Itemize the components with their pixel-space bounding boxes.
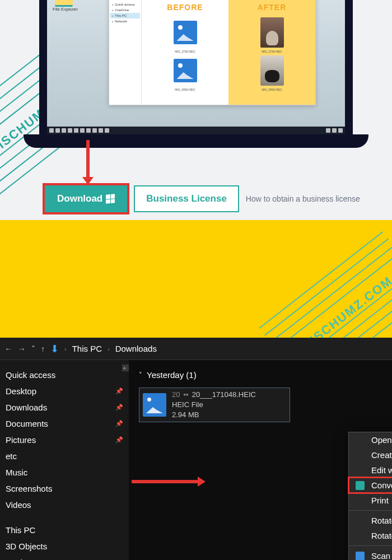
business-license-button[interactable]: Business License bbox=[134, 185, 239, 212]
sidebar-desktop[interactable]: Desktop📌 bbox=[0, 383, 129, 399]
menu-print[interactable]: Print bbox=[349, 493, 392, 508]
sidebar-downloads[interactable]: Downloads📌 bbox=[0, 399, 129, 416]
photo-thumb-1 bbox=[257, 17, 287, 48]
heic-thumb-1 bbox=[170, 17, 200, 48]
sidebar-3d-objects[interactable]: 3D Objects bbox=[0, 538, 129, 554]
top-product-section: TECHSCHUMZ.COM File Explorer This PC › W… bbox=[0, 0, 392, 220]
file-size: 2.94 MB bbox=[172, 410, 256, 420]
photo-thumb-2 bbox=[257, 55, 287, 86]
business-license-label: Business License bbox=[146, 193, 227, 204]
nav-back-icon[interactable]: ← bbox=[4, 344, 12, 353]
red-arrow-down bbox=[86, 140, 90, 179]
nav-forward-icon[interactable]: → bbox=[18, 344, 26, 353]
file-explorer-label: File Explorer bbox=[53, 7, 78, 12]
photo-thumb-1-label: IMG_2730.HEIC bbox=[262, 50, 282, 53]
menu-convert-jpeg[interactable]: Convert to JPEG with CopyTrans bbox=[349, 478, 392, 493]
menu-separator bbox=[349, 510, 392, 511]
menu-rotate-left[interactable]: Rotate left bbox=[349, 528, 392, 543]
menu-rotate-right[interactable]: Rotate right bbox=[349, 513, 392, 528]
before-title: BEFORE bbox=[167, 3, 203, 12]
breadcrumb-sep: › bbox=[108, 346, 110, 352]
before-column: BEFORE IMG_2730.HEIC IMG_0093.HEIC bbox=[142, 0, 228, 105]
sidebar-screenshots[interactable]: Screenshots bbox=[0, 480, 129, 497]
file-meta: 20▪▪20___171048.HEIC HEIC File 2.94 MB bbox=[172, 390, 256, 421]
breadcrumb-downloads[interactable]: Downloads bbox=[115, 344, 157, 353]
breadcrumb-thispc[interactable]: This PC bbox=[72, 344, 102, 353]
mini-explorer-sidebar: ▸Quick access ▸OneDrive ▸This PC ▸Networ… bbox=[109, 0, 142, 105]
file-card[interactable]: 20▪▪20___171048.HEIC HEIC File 2.94 MB bbox=[139, 388, 290, 422]
file-name: 20___171048.HEIC bbox=[192, 390, 256, 400]
photo-thumb-2-label: IMG_0093.HEIC bbox=[262, 88, 282, 91]
menu-edit-photos[interactable]: Edit with Photos bbox=[349, 463, 392, 478]
pin-icon: 📌 bbox=[115, 388, 123, 395]
laptop-base bbox=[24, 134, 368, 148]
license-link[interactable]: How to obtain a business license bbox=[246, 194, 360, 203]
mini-sb-network: Network bbox=[115, 20, 127, 23]
watermark-lines-2: TECHSCHUMZ.COM bbox=[259, 231, 392, 338]
download-label: Download bbox=[57, 193, 102, 204]
dark-explorer-section: ← → ˅ ↑ ⬇ › This PC › Downloads Quick ac… bbox=[0, 338, 392, 560]
shield-icon bbox=[356, 552, 365, 561]
group-label: Yesterday (1) bbox=[147, 370, 197, 380]
watermark-text-2: TECHSCHUMZ.COM bbox=[281, 260, 392, 338]
menu-separator bbox=[349, 545, 392, 546]
sidebar-pictures[interactable]: Pictures📌 bbox=[0, 432, 129, 448]
sidebar-desktop2[interactable]: Desktop bbox=[0, 554, 129, 560]
nav-bar: ← → ˅ ↑ ⬇ › This PC › Downloads bbox=[0, 338, 392, 360]
downloads-icon: ⬇ bbox=[50, 343, 59, 355]
download-button[interactable]: Download bbox=[45, 185, 127, 212]
pin-icon: 📌 bbox=[115, 436, 123, 444]
mini-explorer-main: BEFORE IMG_2730.HEIC IMG_0093.HEIC AFTER… bbox=[142, 0, 315, 105]
pin-icon: 📌 bbox=[115, 420, 123, 427]
red-arrow-right bbox=[132, 480, 199, 483]
after-title: AFTER bbox=[258, 3, 287, 12]
file-explorer-icon bbox=[55, 0, 73, 7]
chevron-down-icon: ˅ bbox=[139, 371, 142, 379]
sidebar-videos[interactable]: Videos bbox=[0, 497, 129, 513]
mini-sb-thispc: This PC bbox=[115, 14, 127, 17]
sidebar-etc[interactable]: etc bbox=[0, 448, 129, 464]
sidebar-quick-access[interactable]: Quick access bbox=[0, 367, 129, 383]
breadcrumb-sep: › bbox=[64, 346, 67, 352]
yellow-band: TECHSCHUMZ.COM bbox=[0, 220, 392, 338]
heic-thumb-2-label: IMG_0093.HEIC bbox=[175, 88, 195, 91]
mini-explorer-body: ▸Quick access ▸OneDrive ▸This PC ▸Networ… bbox=[109, 0, 315, 105]
pin-icon: 📌 bbox=[115, 404, 123, 411]
menu-open[interactable]: Open bbox=[349, 432, 392, 447]
dark-main: ˅ Yesterday (1) 20▪▪20___171048.HEIC HEI… bbox=[129, 360, 392, 560]
sidebar-documents[interactable]: Documents📌 bbox=[0, 416, 129, 432]
mini-explorer-window: This PC › Windows (C:) › CopyTrans ▸Quic… bbox=[109, 0, 316, 105]
sidebar-thispc[interactable]: This PC bbox=[0, 522, 129, 538]
file-thumbnail-icon bbox=[143, 393, 166, 417]
taskbar bbox=[47, 127, 345, 134]
context-menu: Open Create a new video Edit with Photos… bbox=[348, 432, 392, 560]
sidebar-music[interactable]: Music bbox=[0, 464, 129, 480]
heic-thumb-1-label: IMG_2730.HEIC bbox=[175, 50, 195, 53]
after-column: AFTER IMG_2730.HEIC IMG_0093.HEIC bbox=[228, 0, 315, 105]
windows-icon bbox=[106, 194, 115, 204]
menu-scan-defender[interactable]: Scan with Windows Defender... bbox=[349, 548, 392, 560]
laptop-screen: File Explorer This PC › Windows (C:) › C… bbox=[39, 0, 353, 134]
nav-dropdown-icon[interactable]: ˅ bbox=[31, 344, 35, 353]
laptop-mockup: File Explorer This PC › Windows (C:) › C… bbox=[39, 0, 353, 148]
buttons-row: Download Business License How to obtain … bbox=[45, 185, 360, 212]
scrollbar-up[interactable] bbox=[122, 365, 129, 371]
file-type: HEIC File bbox=[172, 400, 256, 410]
heic-thumb-2 bbox=[170, 55, 200, 86]
mini-sb-quick: Quick access bbox=[115, 3, 135, 6]
mini-sb-onedrive: OneDrive bbox=[115, 8, 129, 12]
nav-up-icon[interactable]: ↑ bbox=[41, 344, 45, 353]
group-header[interactable]: ˅ Yesterday (1) bbox=[139, 370, 382, 380]
dark-sidebar: Quick access Desktop📌 Downloads📌 Documen… bbox=[0, 360, 129, 560]
dark-body: Quick access Desktop📌 Downloads📌 Documen… bbox=[0, 360, 392, 560]
copytrans-icon bbox=[356, 481, 365, 490]
menu-create-video[interactable]: Create a new video bbox=[349, 447, 392, 463]
